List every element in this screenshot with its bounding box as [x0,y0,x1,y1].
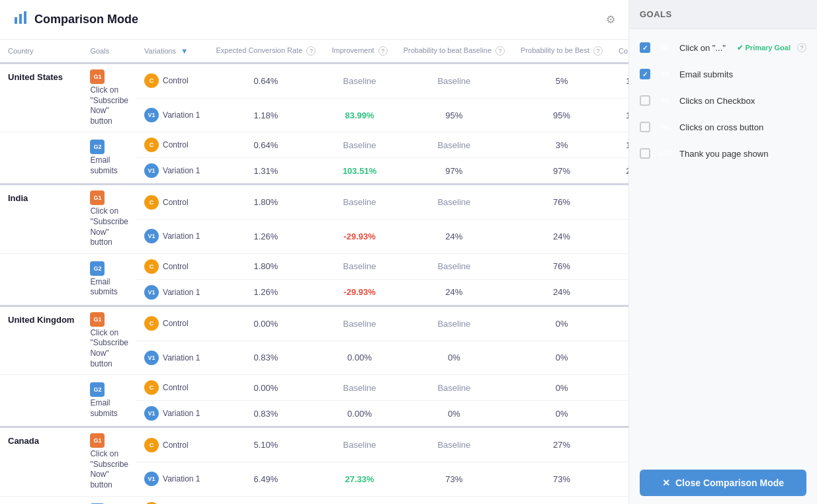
variation-label: Variation 1 [163,110,200,120]
goal-description: Click on "Subscribe Now" button [90,449,128,490]
country-cell [0,496,82,504]
col-ecr: Expected Conversion Rate ? [208,40,324,63]
goal-checkbox[interactable] [640,95,650,106]
variation-cell: V1Variation 1 [136,279,208,306]
prob-best-cell: 5% [513,63,611,99]
ecr-cell: 1.18% [208,98,324,132]
goal-cell: G1Click on "Subscribe Now" button [82,185,136,253]
goal-list-item: G1Click on "..."✔ Primary Goal? [629,34,817,61]
improvement-help-icon[interactable]: ? [378,46,388,56]
conversions-cell: 6 [611,220,628,254]
variation-cell: V1Variation 1 [136,401,208,427]
prob-best-cell: 3% [513,132,611,158]
ecr-cell: 1.26% [208,279,324,306]
goal-badge: G1 [90,69,105,84]
table-row: G2Email submitsCControl1.80%BaselineBase… [0,253,628,279]
ecr-cell: 1.80% [208,253,324,279]
goal-badge: G1 [90,312,105,327]
goal-description: Click on "Subscribe Now" button [90,85,128,126]
data-table-wrapper: Country Goals Variations ▼ Expected Conv… [0,40,628,504]
col-prob-beat: Probability to beat Baseline ? [396,40,513,63]
table-row: United StatesG1Click on "Subscribe Now" … [0,63,628,99]
settings-icon[interactable]: ⚙ [606,13,615,26]
improvement-cell: -29.93% [323,279,395,306]
prob-best-cell: 27% [513,427,611,462]
variation-cell: V1Variation 1 [136,158,208,185]
prob-beat-cell: 73% [396,462,513,496]
country-cell: United Kingdom [0,306,82,374]
goal-cell: G1Click on "Subscribe Now" button [82,63,136,132]
goal-cell: G2Email submits [82,253,136,306]
goal-name: Click on "..." [679,43,730,53]
goal-list-item: G2Email submits [629,61,817,87]
goal-checkbox[interactable] [640,69,650,79]
goal-badge: G4 [657,120,673,134]
variation-cell: CControl [136,375,208,401]
ecr-cell: 0.00% [208,306,324,341]
variation-label: Control [163,262,189,271]
prob-best-cell: 73% [513,462,611,496]
country-cell [0,375,82,427]
col-conversions: Conver... [611,40,628,63]
prob-beat-cell: Baseline [396,496,513,504]
improvement-cell: Baseline [323,427,395,462]
primary-goal-badge: ✔ Primary Goal [737,44,791,52]
country-cell [0,253,82,306]
table-row: CanadaG1Click on "Subscribe Now" buttonC… [0,427,628,462]
prob-best-help-icon[interactable]: ? [593,46,603,56]
variation-label: Variation 1 [163,474,200,483]
conversions-cell: 8 [611,253,628,279]
variation-badge: V1 [144,163,159,178]
goal-checkbox[interactable] [640,122,650,132]
prob-best-cell: 24% [513,279,611,306]
ecr-cell: 1.80% [208,185,324,220]
variation-cell: V1Variation 1 [136,341,208,375]
goal-badge: G2 [90,261,105,276]
goal-cell: G1Click on "Subscribe Now" button [82,306,136,374]
close-comparison-button[interactable]: ✕ Close Comparison Mode [640,470,806,496]
header: Comparison Mode ⚙ [0,0,628,40]
variation-label: Variation 1 [163,409,200,418]
improvement-cell: Baseline [323,63,395,99]
country-cell: United States [0,63,82,132]
prob-beat-cell: 24% [396,220,513,254]
variation-label: Variation 1 [163,166,200,175]
primary-goal-help-icon[interactable]: ? [797,43,806,52]
goal-badge: G2 [90,382,105,397]
table-row: G2Email submitsCControl0.64%BaselineBase… [0,132,628,158]
goal-name: Email submits [679,69,806,79]
country-cell: Canada [0,427,82,496]
goal-badge: G3 [657,94,673,107]
goal-badge: G2 [657,67,673,81]
goal-list-item: G3Clicks on Checkbox [629,87,817,114]
prob-beat-cell: Baseline [396,63,513,99]
goal-checkbox[interactable] [640,42,650,53]
filter-icon[interactable]: ▼ [181,47,188,55]
goal-description: Email submits [90,277,128,298]
variation-label: Variation 1 [163,231,200,241]
country-cell [0,132,82,185]
goal-badge: G1 [90,433,105,448]
goal-description: Email submits [90,398,128,419]
ecr-cell: 0.83% [208,341,324,375]
prob-beat-cell: 97% [396,158,513,185]
svg-rect-1 [19,14,22,24]
improvement-cell: 103.51% [323,158,395,185]
goal-checkbox[interactable] [640,148,650,159]
control-badge: C [144,195,159,210]
variation-label: Control [163,76,189,85]
variation-cell: V1Variation 1 [136,220,208,254]
ecr-cell: 0.64% [208,132,324,158]
goal-description: Click on "Subscribe Now" button [90,206,128,247]
ecr-cell: 0.64% [208,63,324,99]
improvement-cell: Baseline [323,132,395,158]
ecr-cell: 0.83% [208,401,324,427]
ecr-help-icon[interactable]: ? [306,46,316,56]
variation-cell: CControl [136,253,208,279]
goal-cell: G2Email submits [82,132,136,185]
prob-beat-help-icon[interactable]: ? [495,46,505,56]
variation-label: Variation 1 [163,288,200,297]
variation-label: Control [163,140,189,149]
prob-best-cell: 76% [513,253,611,279]
improvement-cell: 0.00% [323,401,395,427]
